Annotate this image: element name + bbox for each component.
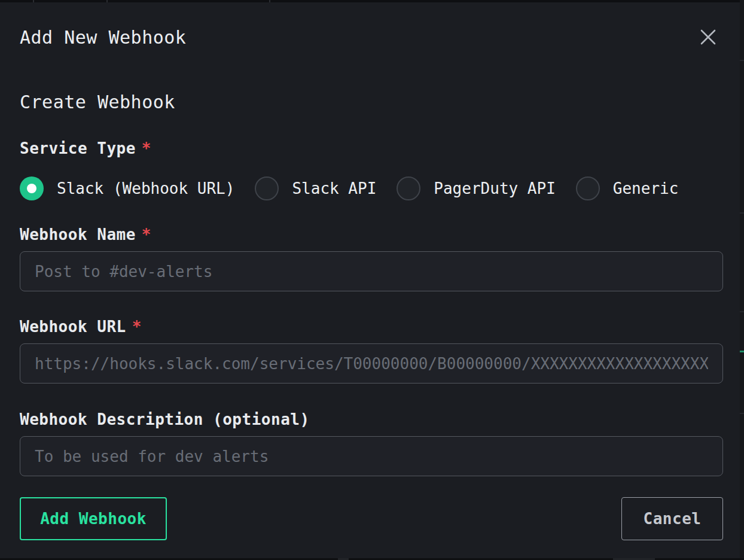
- radio-option-slack-api[interactable]: Slack API: [255, 176, 376, 200]
- webhook-url-label-text: Webhook URL: [20, 318, 126, 336]
- radio-dot: [27, 184, 36, 193]
- background-row-divider: [740, 212, 744, 214]
- background-row-divider: [740, 60, 744, 61]
- radio-option-label: PagerDuty API: [434, 179, 556, 197]
- radio-option-label: Generic: [613, 179, 679, 197]
- radio-option-label: Slack (Webhook URL): [57, 179, 234, 197]
- webhook-description-label: Webhook Description (optional): [20, 410, 723, 428]
- cancel-button[interactable]: Cancel: [621, 497, 723, 540]
- background-row-divider: [740, 311, 744, 312]
- background-page-edge-right: [740, 0, 744, 560]
- radio-option-generic[interactable]: Generic: [576, 176, 679, 200]
- radio-selected-icon[interactable]: [20, 176, 44, 200]
- add-webhook-modal: Add New Webhook Create Webhook Service T…: [0, 2, 740, 558]
- background-green-indicator: [740, 351, 744, 352]
- create-webhook-heading: Create Webhook: [20, 92, 723, 112]
- radio-unselected-icon[interactable]: [255, 176, 279, 200]
- radio-unselected-icon[interactable]: [397, 176, 420, 200]
- modal-header: Add New Webhook: [20, 27, 723, 48]
- service-type-radio-group: Slack (Webhook URL) Slack API PagerDuty …: [20, 176, 723, 200]
- required-asterisk: *: [142, 139, 151, 157]
- radio-unselected-icon[interactable]: [576, 176, 600, 200]
- add-webhook-button[interactable]: Add Webhook: [20, 497, 167, 540]
- modal-title: Add New Webhook: [20, 27, 723, 48]
- webhook-description-input[interactable]: [20, 436, 723, 476]
- webhook-url-label: Webhook URL*: [20, 318, 723, 336]
- background-row-divider: [740, 413, 744, 414]
- webhook-name-label-text: Webhook Name: [20, 226, 136, 244]
- service-type-label: Service Type*: [20, 139, 723, 157]
- modal-footer: Add Webhook Cancel: [20, 497, 723, 540]
- close-icon: [699, 28, 717, 46]
- radio-option-label: Slack API: [292, 179, 376, 197]
- close-button[interactable]: [698, 27, 718, 47]
- webhook-name-label: Webhook Name*: [20, 226, 723, 244]
- required-asterisk: *: [142, 226, 151, 244]
- webhook-url-input[interactable]: [20, 343, 723, 384]
- radio-option-pagerduty-api[interactable]: PagerDuty API: [397, 176, 556, 200]
- webhook-name-input[interactable]: [20, 251, 723, 291]
- required-asterisk: *: [132, 318, 142, 336]
- service-type-label-text: Service Type: [20, 139, 136, 157]
- radio-option-slack-webhook-url[interactable]: Slack (Webhook URL): [20, 176, 234, 200]
- webhook-description-label-text: Webhook Description (optional): [20, 410, 310, 428]
